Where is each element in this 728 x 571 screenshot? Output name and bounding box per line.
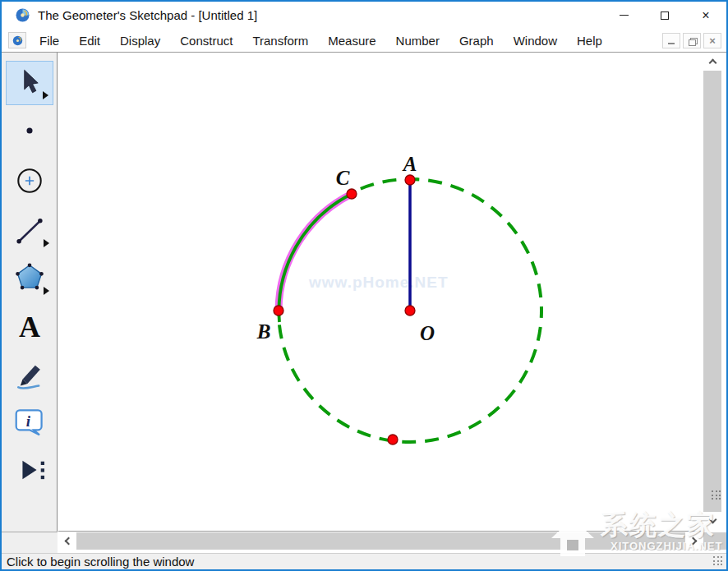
- compass-tool[interactable]: [6, 159, 53, 203]
- doc-close-button[interactable]: ×: [703, 33, 721, 48]
- flyout-arrow-icon: [43, 91, 48, 99]
- doc-restore-icon: [689, 38, 696, 44]
- sketch-canvas[interactable]: www.pHome.NETABCO: [58, 53, 703, 532]
- arc-BC[interactable]: [279, 194, 352, 322]
- chevron-down-icon: [708, 516, 716, 524]
- vertical-scrollbar-track[interactable]: [703, 71, 721, 512]
- app-window: The Geometer's Sketchpad - [Untitled 1] …: [0, 0, 728, 571]
- status-message: Click to begin scrolling the window: [7, 555, 194, 569]
- toolbox-footer: [2, 532, 58, 553]
- point-label-C[interactable]: C: [336, 167, 350, 189]
- menu-file[interactable]: File: [31, 30, 67, 51]
- point[interactable]: [347, 189, 357, 199]
- canvas-watermark: www.pHome.NET: [308, 274, 449, 291]
- point[interactable]: [388, 435, 398, 444]
- flyout-arrow-icon: [44, 239, 49, 247]
- document-window-controls: ×: [662, 33, 721, 48]
- chevron-up-icon: [708, 59, 716, 67]
- window-title: The Geometer's Sketchpad - [Untitled 1]: [38, 8, 257, 22]
- menu-number[interactable]: Number: [388, 30, 448, 51]
- straightedge-tool[interactable]: [6, 208, 53, 252]
- point-icon: [12, 113, 48, 149]
- close-button[interactable]: ×: [685, 2, 726, 29]
- doc-close-icon: ×: [709, 35, 716, 46]
- point[interactable]: [405, 306, 415, 315]
- menu-window[interactable]: Window: [505, 30, 565, 51]
- chevron-right-icon: [689, 537, 698, 546]
- polygon-tool[interactable]: [6, 256, 53, 300]
- point[interactable]: [405, 175, 415, 185]
- app-logo-icon: [16, 8, 30, 22]
- chevron-left-icon: [65, 537, 73, 546]
- scroll-down-button[interactable]: [703, 512, 721, 530]
- point-tool[interactable]: [6, 108, 53, 153]
- menu-graph[interactable]: Graph: [451, 30, 502, 51]
- menu-bar: FileEditDisplayConstructTransformMeasure…: [2, 29, 726, 53]
- custom-tool[interactable]: [6, 448, 53, 492]
- close-icon: ×: [702, 9, 709, 22]
- content-area: A i: [2, 53, 726, 553]
- maximize-icon: [661, 12, 669, 20]
- menu-display[interactable]: Display: [112, 30, 168, 51]
- menu-help[interactable]: Help: [569, 30, 611, 51]
- menu-construct[interactable]: Construct: [172, 30, 241, 51]
- document-logo-icon: [12, 35, 23, 46]
- status-bar: Click to begin scrolling the window: [2, 553, 726, 569]
- scroll-up-button[interactable]: [703, 53, 721, 71]
- menu-edit[interactable]: Edit: [71, 30, 108, 51]
- scroll-left-button[interactable]: [58, 532, 76, 550]
- doc-minimize-icon: [668, 43, 675, 44]
- maximize-button[interactable]: [644, 2, 685, 29]
- scroll-right-button[interactable]: [685, 532, 703, 550]
- scrollbar-corner: [703, 532, 726, 550]
- minimize-button[interactable]: [603, 2, 644, 29]
- window-controls: ×: [603, 2, 726, 29]
- minimize-icon: [620, 15, 629, 16]
- flyout-arrow-icon: [44, 287, 49, 295]
- doc-minimize-button[interactable]: [662, 33, 680, 48]
- toolbox: A i: [2, 53, 58, 553]
- text-tool-icon: A: [19, 312, 40, 342]
- title-bar: The Geometer's Sketchpad - [Untitled 1] …: [2, 2, 726, 29]
- horizontal-scrollbar-track[interactable]: [76, 532, 685, 550]
- circle-icon: [10, 161, 49, 200]
- menu-items: FileEditDisplayConstructTransformMeasure…: [31, 30, 614, 51]
- menu-measure[interactable]: Measure: [320, 30, 384, 51]
- menu-transform[interactable]: Transform: [244, 30, 316, 51]
- geometry-drawing: www.pHome.NETABCO: [58, 53, 703, 532]
- text-tool[interactable]: A: [6, 305, 53, 349]
- arc-selection-halo: [279, 194, 352, 311]
- marker-tool[interactable]: [6, 352, 53, 396]
- vertical-scrollbar[interactable]: [703, 53, 721, 532]
- custom-tool-icon: [10, 450, 49, 490]
- svg-text:i: i: [26, 412, 31, 430]
- point-label-O[interactable]: O: [420, 322, 435, 344]
- marker-pen-icon: [10, 354, 49, 394]
- info-bubble-icon: i: [10, 402, 49, 441]
- doc-restore-button[interactable]: [683, 33, 701, 48]
- point-label-B[interactable]: B: [256, 320, 271, 343]
- information-tool[interactable]: i: [6, 399, 53, 444]
- point-label-A[interactable]: A: [402, 153, 417, 175]
- horizontal-scrollbar[interactable]: [58, 532, 703, 550]
- selection-arrow-tool[interactable]: [6, 61, 53, 105]
- point[interactable]: [274, 306, 283, 315]
- document-icon-button[interactable]: [8, 32, 26, 48]
